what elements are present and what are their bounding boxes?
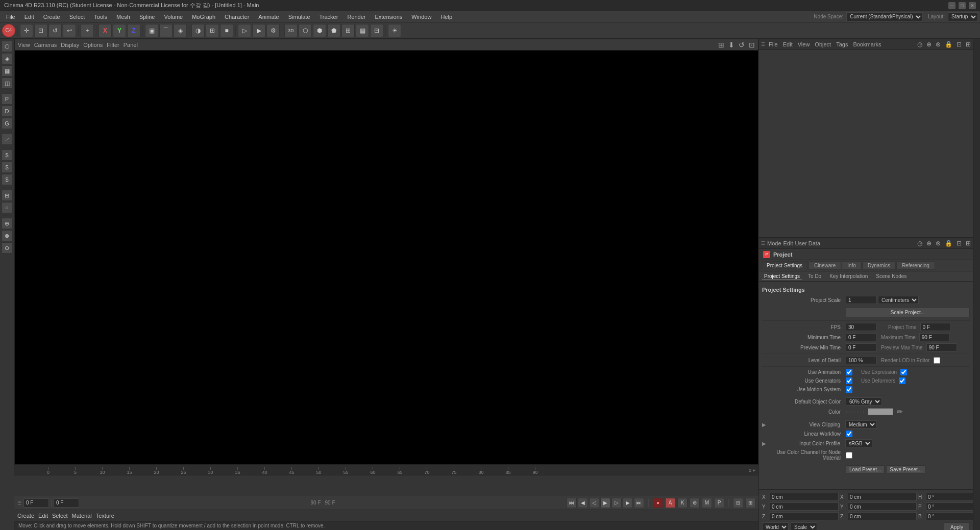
render-button[interactable]: ▶ (252, 24, 265, 37)
layer-vis-btn[interactable]: ⊟ (733, 498, 743, 508)
right-view-button[interactable]: ⬟ (327, 24, 340, 37)
motion-btn[interactable]: M (702, 498, 712, 508)
mat-material[interactable]: Material (72, 513, 92, 519)
subtab-todo[interactable]: To Do (806, 273, 823, 280)
mat-edit[interactable]: Edit (38, 513, 48, 519)
project-scale-unit[interactable]: Centimeters (878, 296, 919, 304)
tab-info[interactable]: Info (842, 261, 862, 270)
project-scale-input[interactable] (846, 296, 876, 304)
use-motion-checkbox[interactable] (846, 386, 852, 393)
viewport-canvas[interactable] (15, 51, 758, 464)
prev-frame-btn[interactable]: ◀ (578, 498, 588, 508)
attr-userdata[interactable]: User Data (795, 240, 821, 246)
coord-world-select[interactable]: World (762, 522, 789, 530)
attr-icon2[interactable]: ⊕ (926, 240, 932, 247)
vp-options[interactable]: Options (83, 42, 103, 48)
line-tool[interactable]: ⟋ (2, 134, 13, 145)
subtab-key-interpolation[interactable]: Key Interpolation (827, 273, 870, 280)
x-axis-button[interactable]: X (99, 24, 112, 37)
path-btn[interactable]: P (714, 498, 724, 508)
next-key-btn[interactable]: ▷ (611, 498, 622, 508)
vp-icon4[interactable]: ⊡ (749, 41, 755, 49)
default-obj-color-select[interactable]: 60% Gray (846, 397, 882, 406)
vp-cameras[interactable]: Cameras (34, 42, 57, 48)
wireframe-button[interactable]: ⊞ (206, 24, 219, 37)
go-start-btn[interactable]: ⏮ (567, 498, 577, 508)
scale-project-button[interactable]: Scale Project... (846, 307, 970, 317)
attr-icon4[interactable]: 🔒 (945, 240, 952, 247)
keymode-btn[interactable]: ⊕ (690, 498, 700, 508)
view-clipping-select[interactable]: Medium (845, 420, 877, 428)
coord-y-input[interactable] (770, 502, 839, 511)
menu-help[interactable]: Help (436, 13, 456, 21)
play-btn[interactable]: ▶ (600, 498, 610, 508)
vp-panel[interactable]: Panel (124, 42, 138, 48)
top-view-button[interactable]: ⬢ (313, 24, 326, 37)
tab-dynamics[interactable]: Dynamics (862, 261, 896, 270)
four-view-button[interactable]: ⊞ (341, 24, 355, 37)
tab-referencing[interactable]: Referencing (896, 261, 935, 270)
solid-button[interactable]: ■ (220, 24, 233, 37)
ne-tags[interactable]: Tags (835, 41, 849, 47)
deformer-btn[interactable]: D (2, 106, 13, 117)
logo-button[interactable]: C4 (2, 24, 15, 37)
ne-edit[interactable]: Edit (781, 41, 794, 47)
coord-x-input[interactable] (770, 493, 839, 501)
sym-btn[interactable]: ⊕ (2, 218, 13, 229)
current-frame-input[interactable] (23, 498, 49, 508)
snap3-btn[interactable]: $ (2, 174, 13, 185)
ne-icon2[interactable]: ⊕ (926, 41, 932, 48)
menu-edit[interactable]: Edit (20, 13, 38, 21)
menu-render[interactable]: Render (343, 13, 370, 21)
attr-expand[interactable]: ⊞ (966, 240, 971, 247)
light-button[interactable]: ☀ (388, 24, 401, 37)
menu-simulate[interactable]: Simulate (284, 13, 314, 21)
coord-h-input[interactable] (926, 493, 973, 501)
use-animation-checkbox[interactable] (846, 369, 852, 375)
ne-file[interactable]: File (767, 41, 779, 47)
grid-btn[interactable]: ⊟ (370, 24, 383, 37)
max-time-input[interactable] (919, 333, 950, 341)
vp-icon1[interactable]: ⊞ (718, 41, 724, 49)
use-deformers-checkbox[interactable] (899, 377, 905, 384)
maximize-button[interactable]: □ (959, 2, 966, 9)
coord-sx-input[interactable] (848, 493, 917, 501)
next-frame-btn[interactable]: ▶ (623, 498, 633, 508)
coord-b-input[interactable] (926, 512, 973, 520)
move-tool-button[interactable]: ✛ (20, 24, 33, 37)
attr-menu[interactable]: ☰ (761, 241, 765, 246)
perspective-button[interactable]: 3D (284, 24, 298, 37)
vp-view[interactable]: View (18, 42, 30, 48)
prev-key-btn[interactable]: ◁ (589, 498, 599, 508)
vp-icon2[interactable]: ⬇ (728, 41, 734, 49)
ne-expand[interactable]: ⊞ (966, 41, 971, 48)
vp-icon3[interactable]: ↺ (739, 41, 745, 49)
mat-texture[interactable]: Texture (96, 513, 114, 519)
close-button[interactable]: ✕ (969, 2, 976, 9)
layout-select[interactable]: Startup (948, 12, 978, 21)
tab-cineware[interactable]: Cineware (808, 261, 841, 270)
ne-icon3[interactable]: ⊗ (936, 41, 941, 48)
attr-icon1[interactable]: ◷ (917, 240, 922, 247)
scene-manager-btn[interactable]: ▦ (2, 65, 13, 77)
menu-extensions[interactable]: Extensions (371, 13, 406, 21)
use-color-channel-checkbox[interactable] (846, 452, 852, 459)
coord-z-input[interactable] (770, 512, 839, 520)
ne-icon1[interactable]: ◷ (917, 41, 922, 48)
menu-create[interactable]: Create (39, 13, 64, 21)
material-manager-btn[interactable]: ◈ (2, 53, 13, 64)
param-btn[interactable]: P (2, 93, 13, 105)
ne-view[interactable]: View (796, 41, 812, 47)
mat-create[interactable]: Create (17, 513, 34, 519)
menu-spline[interactable]: Spline (135, 13, 159, 21)
attr-mode[interactable]: Mode (767, 240, 781, 246)
auto-key-btn[interactable]: A (665, 498, 675, 508)
tab-project-settings[interactable]: Project Settings (761, 261, 808, 270)
add-object-button[interactable]: + (81, 24, 94, 37)
key-btn[interactable]: K (677, 498, 688, 508)
go-end-btn[interactable]: ⏭ (634, 498, 644, 508)
menu-mesh[interactable]: Mesh (112, 13, 134, 21)
extra-btn1[interactable]: ⊗ (2, 230, 13, 241)
view-clipping-arrow[interactable]: ▶ (762, 422, 766, 427)
color-picker-icon[interactable]: ✏ (897, 408, 903, 416)
